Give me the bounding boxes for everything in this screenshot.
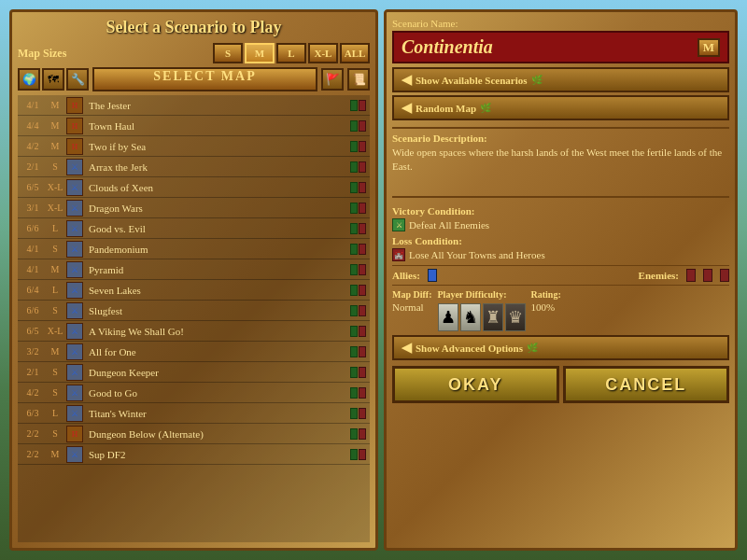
loss-section: Loss Condition: 🏰 Lose All Your Towns an… (392, 235, 729, 261)
row-size: M (46, 141, 64, 151)
row-size: L (46, 408, 64, 418)
leaf-icon-3: 🌿 (527, 343, 538, 353)
flag-green (350, 203, 358, 214)
scenario-row[interactable]: 6/4L⚔Seven Lakes (18, 280, 370, 301)
player-diff-col: Player Difficulty: ♟ ♞ ♜ ♛ (438, 289, 526, 331)
row-flags (350, 367, 366, 378)
flag-red (359, 408, 366, 419)
row-name: Dungeon Below (Alternate) (85, 428, 350, 440)
row-flags (350, 223, 366, 234)
row-size: M (46, 120, 64, 131)
size-btn-xl[interactable]: X-L (308, 43, 338, 63)
flag-red (359, 264, 366, 275)
victory-text: Defeat All Enemies (409, 219, 489, 231)
flag-red (359, 305, 366, 316)
flag-green (350, 428, 358, 440)
scenario-row[interactable]: 3/1X-L⚔Dragon Wars (18, 198, 370, 218)
row-flags (350, 182, 366, 193)
row-size: M (46, 264, 64, 274)
size-btn-l[interactable]: L (276, 43, 306, 63)
random-map-button[interactable]: ◀ Random Map 🌿 (392, 95, 729, 120)
map-diff-value: Normal (392, 301, 432, 313)
okay-cancel-row: OKAY CANCEL (392, 366, 729, 403)
row-icon: ⚔ (66, 282, 83, 299)
scenario-row[interactable]: 2/1S⚔Arrax the Jerk (18, 157, 370, 177)
scenario-row[interactable]: 4/2MHTwo if by Sea (18, 136, 370, 157)
globe-icon[interactable]: 🌍 (18, 68, 40, 91)
scenario-row[interactable]: 6/5X-L⚔Clouds of Xeen (18, 177, 370, 198)
okay-button[interactable]: OKAY (392, 366, 559, 403)
flag-green (350, 387, 358, 399)
scenario-row[interactable]: 6/6S⚔Slugfest (18, 301, 370, 321)
enemies-label: Enemies: (639, 270, 679, 281)
enemy-flag-3 (720, 269, 729, 282)
scenario-row[interactable]: 6/5X-L⚔A Viking We Shall Go! (18, 321, 370, 342)
flag-green (350, 326, 358, 337)
flag-green (350, 223, 358, 234)
tool-icon[interactable]: 🔧 (66, 68, 89, 91)
size-btn-all[interactable]: ALL (340, 43, 370, 63)
row-size: S (46, 244, 64, 254)
row-flags (350, 346, 366, 357)
select-map-button[interactable]: SELECT MAP (92, 67, 317, 91)
show-available-button[interactable]: ◀ Show Available Scenarios 🌿 (392, 67, 729, 92)
map-icon[interactable]: 🗺 (42, 68, 64, 91)
row-flags (350, 161, 366, 173)
row-ratio: 4/1 (20, 244, 46, 254)
row-icon: ⚔ (66, 302, 83, 319)
row-name: Slugfest (85, 305, 350, 316)
row-flags (350, 449, 366, 460)
flag-red (359, 223, 366, 234)
row-icon: ⚔ (66, 343, 83, 360)
flag-icon[interactable]: 🚩 (321, 68, 344, 91)
scenario-row[interactable]: 2/2SHDungeon Below (Alternate) (18, 424, 370, 444)
flag-red (359, 387, 366, 399)
row-ratio: 4/4 (20, 120, 46, 131)
scenario-name-box: Continentia M (392, 31, 729, 63)
scenario-row[interactable]: 2/1S⚔Dungeon Keeper (18, 362, 370, 383)
row-icon: ⚔ (66, 261, 83, 278)
scenario-row[interactable]: 3/2M⚔All for One (18, 342, 370, 362)
row-icon: ⚔ (66, 220, 83, 237)
flag-green (350, 408, 358, 419)
scenario-row[interactable]: 6/3L⚔Titan's Winter (18, 403, 370, 424)
row-ratio: 6/4 (20, 285, 46, 295)
flag-red (359, 120, 366, 132)
flag-green (350, 120, 358, 132)
scenario-row[interactable]: 4/1M⚔Pyramid (18, 259, 370, 280)
row-flags (350, 141, 366, 152)
row-ratio: 2/2 (20, 449, 46, 459)
right-panel: Scenario Name: Continentia M ◀ Show Avai… (384, 9, 738, 551)
rating-value: 100% (531, 301, 561, 313)
scenario-row[interactable]: 4/2S⚔Good to Go (18, 383, 370, 403)
scenario-row[interactable]: 6/6L⚔Good vs. Evil (18, 218, 370, 239)
scenario-list[interactable]: 4/1MHThe Jester4/4MHTown Haul4/2MHTwo if… (18, 95, 370, 542)
scenario-row[interactable]: 4/1MHThe Jester (18, 95, 370, 116)
flag-red (359, 367, 366, 378)
enemy-flag-1 (686, 269, 696, 282)
row-size: M (46, 449, 64, 459)
scenario-row[interactable]: 4/4MHTown Haul (18, 116, 370, 136)
flag-green (350, 285, 358, 296)
flag-green (350, 182, 358, 193)
allies-enemies-row: Allies: Enemies: (392, 265, 729, 286)
left-arrow-icon: ◀ (402, 72, 412, 88)
row-name: A Viking We Shall Go! (85, 326, 350, 337)
size-btn-s[interactable]: S (213, 43, 243, 63)
loss-label: Loss Condition: (392, 235, 729, 246)
scenario-row[interactable]: 2/2M⚔Sup DF2 (18, 444, 370, 465)
victory-section: Victory Condition: ⚔ Defeat All Enemies (392, 205, 729, 231)
row-flags (350, 387, 366, 399)
scroll-icon[interactable]: 📜 (347, 68, 370, 91)
enemy-flag-2 (703, 269, 712, 282)
row-ratio: 6/5 (20, 182, 46, 192)
allies-label: Allies: (392, 270, 420, 281)
size-btn-m[interactable]: M (245, 43, 275, 63)
loss-icon: 🏰 (392, 248, 405, 261)
flag-red (359, 141, 366, 152)
diff-section: Map Diff: Normal Player Difficulty: ♟ ♞ … (392, 289, 729, 331)
cancel-button[interactable]: CANCEL (563, 366, 730, 403)
row-name: Clouds of Xeen (85, 182, 350, 193)
show-advanced-button[interactable]: ◀ Show Advanced Options 🌿 (392, 335, 729, 360)
scenario-row[interactable]: 4/1S⚔Pandemonium (18, 239, 370, 259)
